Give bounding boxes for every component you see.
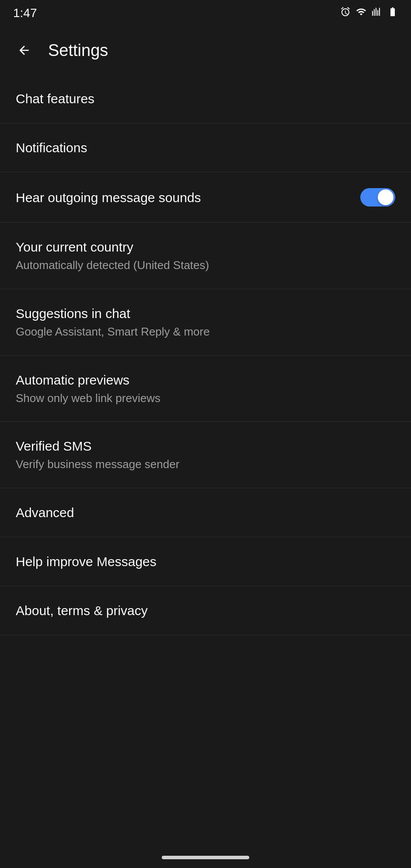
settings-item-title: Hear outgoing message sounds xyxy=(16,189,360,206)
settings-item-subtitle: Google Assistant, Smart Reply & more xyxy=(16,325,395,340)
settings-item-title: Verified SMS xyxy=(16,438,395,455)
settings-item-title: Suggestions in chat xyxy=(16,305,395,322)
back-button[interactable] xyxy=(13,39,35,61)
battery-icon xyxy=(387,7,398,20)
toggle-knob xyxy=(378,189,394,205)
settings-item-content: Chat features xyxy=(16,90,395,107)
settings-item-content: Your current country Automatically detec… xyxy=(16,238,395,273)
alarm-icon xyxy=(340,7,351,20)
settings-item-content: Verified SMS Verify business message sen… xyxy=(16,438,395,472)
settings-item-title: Notifications xyxy=(16,139,395,156)
settings-item-previews[interactable]: Automatic previews Show only web link pr… xyxy=(0,356,411,422)
settings-list: Chat features Notifications Hear outgoin… xyxy=(0,74,411,635)
settings-item-suggestions[interactable]: Suggestions in chat Google Assistant, Sm… xyxy=(0,289,411,356)
home-indicator xyxy=(162,856,249,859)
settings-item-content: Suggestions in chat Google Assistant, Sm… xyxy=(16,305,395,340)
wifi-icon xyxy=(356,7,366,20)
hear-sounds-toggle[interactable] xyxy=(360,188,395,206)
settings-item-chat-features[interactable]: Chat features xyxy=(0,74,411,123)
status-bar: 1:47 xyxy=(0,0,411,26)
settings-item-hear-outgoing[interactable]: Hear outgoing message sounds xyxy=(0,172,411,223)
settings-item-advanced[interactable]: Advanced xyxy=(0,488,411,537)
settings-item-title: Help improve Messages xyxy=(16,553,395,570)
settings-item-content: Advanced xyxy=(16,504,395,521)
settings-item-notifications[interactable]: Notifications xyxy=(0,123,411,172)
signal-icon xyxy=(372,7,382,20)
settings-item-subtitle: Show only web link previews xyxy=(16,391,395,406)
toggle-container xyxy=(360,188,395,206)
settings-item-content: Automatic previews Show only web link pr… xyxy=(16,371,395,406)
settings-item-title: Advanced xyxy=(16,504,395,521)
settings-item-content: About, terms & privacy xyxy=(16,602,395,619)
settings-item-country[interactable]: Your current country Automatically detec… xyxy=(0,223,411,289)
status-icons xyxy=(340,7,398,20)
settings-item-title: Automatic previews xyxy=(16,371,395,388)
settings-item-subtitle: Automatically detected (United States) xyxy=(16,258,395,273)
app-header: Settings xyxy=(0,26,411,74)
page-title: Settings xyxy=(48,41,108,60)
settings-item-content: Help improve Messages xyxy=(16,553,395,570)
settings-item-help-improve[interactable]: Help improve Messages xyxy=(0,537,411,586)
settings-item-verified-sms[interactable]: Verified SMS Verify business message sen… xyxy=(0,422,411,488)
settings-item-title: Your current country xyxy=(16,238,395,256)
settings-item-title: About, terms & privacy xyxy=(16,602,395,619)
settings-item-title: Chat features xyxy=(16,90,395,107)
settings-item-content: Notifications xyxy=(16,139,395,156)
settings-item-content: Hear outgoing message sounds xyxy=(16,189,360,206)
status-time: 1:47 xyxy=(13,6,37,20)
settings-item-subtitle: Verify business message sender xyxy=(16,457,395,472)
settings-item-about[interactable]: About, terms & privacy xyxy=(0,586,411,635)
